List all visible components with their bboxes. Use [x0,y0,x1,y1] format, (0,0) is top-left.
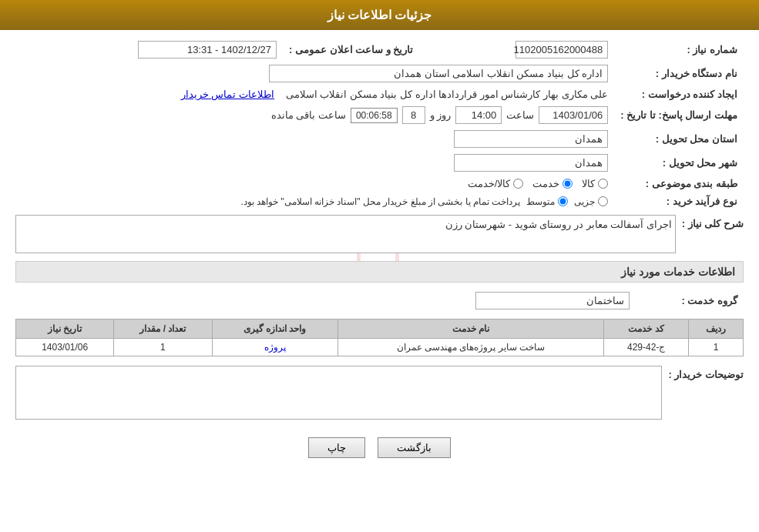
radio-kala-khedmat-label: کالا/خدمت [468,178,511,189]
time-label: ساعت [506,109,534,121]
remaining-label: ساعت باقی مانده [271,109,346,121]
radio-kala-label: کالا [582,178,595,189]
radio-mottavaset-input[interactable] [558,196,568,206]
creator-value: علی مکاری بهار کارشناس امور قراردادها اد… [286,89,609,100]
province-cell: همدان [15,127,614,151]
category-label: طبقه بندی موضوعی : [614,175,744,192]
cell-code: ج-42-429 [604,339,689,356]
cell-index: 1 [688,339,743,356]
button-row: بازگشت چاپ [15,437,744,458]
service-group-table: گروه خدمت : ساختمان [15,289,744,313]
buyer-desc-label: توضیحات خریدار : [668,366,744,380]
radio-jozi-label: جزیی [574,196,595,207]
col-date: تاریخ نیاز [16,320,114,339]
col-unit: واحد اندازه گیری [212,320,338,339]
need-number-value: 1102005162000488 [428,38,614,62]
buyer-desc-wrapper: توضیحات خریدار : [15,366,744,422]
info-table: شماره نیاز : 1102005162000488 تاریخ و سا… [15,38,744,210]
creator-link[interactable]: اطلاعات تماس خریدار [181,89,274,100]
radio-kala-khedmat: کالا/خدمت [468,178,524,189]
process-desc: پرداخت تمام یا بخشی از مبلغ خریدار محل "… [240,196,520,207]
need-desc-box: اجرای آسفالت معابر در روستای شوید - شهرس… [15,215,676,253]
need-desc-wrapper: شرح کلی نیاز : اجرای آسفالت معابر در روس… [15,215,744,253]
city-cell: همدان [15,151,614,175]
cell-date: 1403/01/06 [16,339,114,356]
province-label: استان محل تحویل : [614,127,744,151]
deadline-date-box: 1403/01/06 [539,106,608,124]
buyer-org-cell: اداره کل بنیاد مسکن انقلاب اسلامی استان … [15,62,614,85]
cell-unit: پروژه [212,339,338,356]
creator-cell: علی مکاری بهار کارشناس امور قراردادها اد… [15,85,614,103]
radio-mottavaset-label: متوسط [526,196,555,207]
announce-date-value: 1402/12/27 - 13:31 [15,38,283,62]
service-group-label: گروه خدمت : [636,289,744,313]
service-section-title: اطلاعات خدمات مورد نیاز [15,261,744,283]
buyer-org-box: اداره کل بنیاد مسکن انقلاب اسلامی استان … [269,65,608,82]
category-cell: کالا خدمت کالا/خدمت [15,175,614,192]
service-group-box: ساختمان [475,292,630,309]
page-wrapper: جزئیات اطلاعات نیاز 🛡 شماره نیاز : 11020… [0,0,759,532]
province-box: همدان [454,130,608,148]
announce-date-label: تاریخ و ساعت اعلان عمومی : [283,38,428,62]
radio-kala-khedmat-input[interactable] [513,179,523,189]
process-row: جزیی متوسط پرداخت تمام یا بخشی از مبلغ خ… [22,196,608,207]
deadline-time-box: 14:00 [455,106,502,124]
need-desc-label: شرح کلی نیاز : [682,215,744,229]
deadline-row: 1403/01/06 ساعت 14:00 روز و 8 00:06:58 س… [22,106,608,124]
deadline-days-box: 8 [402,106,425,124]
announce-date-box: 1402/12/27 - 13:31 [138,41,277,59]
page-header: جزئیات اطلاعات نیاز [0,0,759,30]
city-box: همدان [454,154,608,172]
radio-jozi-input[interactable] [598,196,608,206]
remaining-time-box: 00:06:58 [351,108,398,123]
cell-count: 1 [114,339,212,356]
deadline-label: مهلت ارسال پاسخ: تا تاریخ : [614,103,744,127]
col-code: کد خدمت [604,320,689,339]
creator-label: ایجاد کننده درخواست : [614,85,744,103]
col-index: ردیف [688,320,743,339]
service-group-cell: ساختمان [15,289,636,313]
radio-kala-input[interactable] [598,179,608,189]
process-label: نوع فرآیند خرید : [614,192,744,210]
category-radio-group: کالا خدمت کالا/خدمت [22,178,608,189]
radio-mottavaset: متوسط [526,196,568,207]
need-desc-value: اجرای آسفالت معابر در روستای شوید - شهرس… [445,219,672,230]
days-label: روز و [430,109,452,121]
main-content: 🛡 شماره نیاز : 1102005162000488 تاریخ و … [0,30,759,481]
radio-khedmat-label: خدمت [532,178,559,189]
radio-kala: کالا [582,178,608,189]
print-button[interactable]: چاپ [308,437,365,458]
col-count: تعداد / مقدار [114,320,212,339]
service-items-table: ردیف کد خدمت نام خدمت واحد اندازه گیری ت… [15,319,744,356]
need-number-box: 1102005162000488 [516,41,608,59]
need-desc-input-wrapper: اجرای آسفالت معابر در روستای شوید - شهرس… [15,215,676,253]
cell-name: ساخت سایر پروژه‌های مهندسی عمران [338,339,604,356]
table-row: 1 ج-42-429 ساخت سایر پروژه‌های مهندسی عم… [16,339,744,356]
radio-khedmat-input[interactable] [563,179,573,189]
buyer-desc-textarea[interactable] [15,366,662,420]
page-title: جزئیات اطلاعات نیاز [327,8,432,22]
back-button[interactable]: بازگشت [378,437,451,458]
buyer-org-label: نام دستگاه خریدار : [614,62,744,85]
radio-jozi: جزیی [574,196,608,207]
radio-khedmat: خدمت [532,178,573,189]
process-cell: جزیی متوسط پرداخت تمام یا بخشی از مبلغ خ… [15,192,614,210]
need-number-label: شماره نیاز : [614,38,744,62]
content-inner: شماره نیاز : 1102005162000488 تاریخ و سا… [15,38,744,458]
deadline-cell: 1403/01/06 ساعت 14:00 روز و 8 00:06:58 س… [15,103,614,127]
buyer-desc-input-wrapper [15,366,662,422]
col-name: نام خدمت [338,320,604,339]
city-label: شهر محل تحویل : [614,151,744,175]
